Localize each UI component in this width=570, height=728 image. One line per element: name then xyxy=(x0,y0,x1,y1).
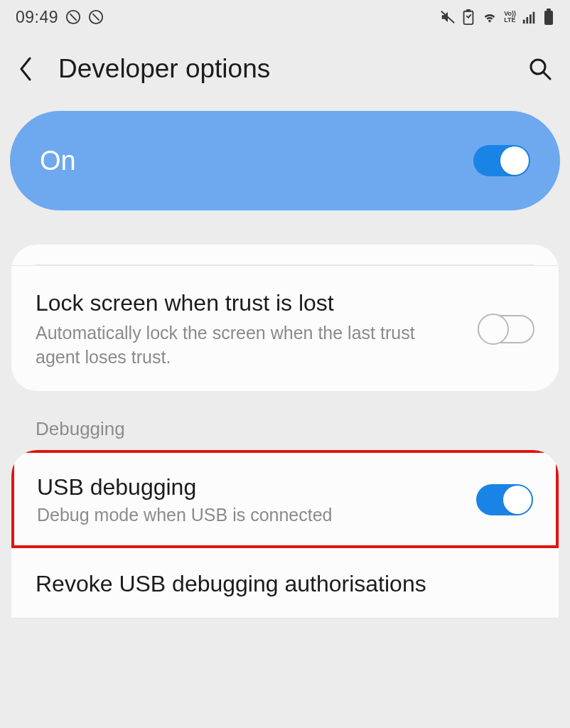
app-notification-icon xyxy=(65,9,81,25)
row-text: Lock screen when trust is lost Automatic… xyxy=(36,289,478,370)
svg-rect-5 xyxy=(526,17,528,23)
section-heading-debugging: Debugging xyxy=(36,418,570,440)
row-text: Revoke USB debugging authorisations xyxy=(36,569,534,598)
status-bar: 09:49 Vo))LTE xyxy=(0,0,570,34)
developer-options-master-toggle[interactable]: On xyxy=(10,111,560,210)
toggle-switch[interactable] xyxy=(473,145,530,176)
wifi-icon xyxy=(481,9,498,25)
back-button[interactable] xyxy=(18,57,47,81)
setting-row-usb-debugging[interactable]: USB debugging Debug mode when USB is con… xyxy=(11,450,559,548)
toggle-knob xyxy=(478,314,509,345)
chevron-left-icon xyxy=(18,57,33,81)
page-title: Developer options xyxy=(47,54,523,84)
master-toggle-label: On xyxy=(40,146,76,176)
svg-rect-9 xyxy=(547,9,551,11)
row-title: Revoke USB debugging authorisations xyxy=(36,569,534,598)
svg-rect-7 xyxy=(533,12,535,23)
toggle-knob xyxy=(500,146,529,175)
status-time: 09:49 xyxy=(16,8,58,27)
mute-vibrate-icon xyxy=(440,9,456,25)
search-button[interactable] xyxy=(523,58,552,80)
svg-line-11 xyxy=(544,73,550,79)
signal-icon xyxy=(522,9,537,25)
status-bar-left: 09:49 xyxy=(16,8,104,27)
row-subtitle: Debug mode when USB is connected xyxy=(37,505,462,525)
volte-icon: Vo))LTE xyxy=(504,11,516,23)
toggle-switch[interactable] xyxy=(478,314,534,345)
battery-saver-icon xyxy=(461,9,475,25)
setting-row-revoke-usb-auth[interactable]: Revoke USB debugging authorisations xyxy=(11,548,559,619)
settings-card: Lock screen when trust is lost Automatic… xyxy=(11,245,559,391)
row-title: Lock screen when trust is lost xyxy=(36,289,463,317)
battery-icon xyxy=(543,9,554,26)
svg-rect-8 xyxy=(544,11,553,25)
search-icon xyxy=(529,58,552,80)
svg-rect-6 xyxy=(529,14,532,23)
svg-rect-4 xyxy=(523,20,525,23)
page-header: Developer options xyxy=(0,34,570,111)
status-bar-right: Vo))LTE xyxy=(440,9,554,26)
row-title: USB debugging xyxy=(37,474,462,500)
toggle-knob xyxy=(503,486,532,514)
app-notification-icon xyxy=(88,9,104,25)
settings-card-debugging: USB debugging Debug mode when USB is con… xyxy=(11,450,559,619)
row-subtitle: Automatically lock the screen when the l… xyxy=(36,321,463,370)
row-text: USB debugging Debug mode when USB is con… xyxy=(37,474,476,525)
setting-row-lock-screen-trust[interactable]: Lock screen when trust is lost Automatic… xyxy=(11,265,559,391)
toggle-switch[interactable] xyxy=(476,484,533,515)
